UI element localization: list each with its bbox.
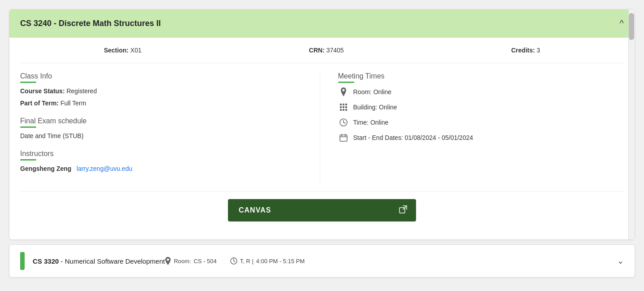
credits-info: Credits: 3 (511, 47, 540, 54)
canvas-button-row: CANVAS (20, 191, 624, 230)
crn-label: CRN: (309, 47, 325, 54)
svg-rect-6 (340, 109, 342, 111)
building-icon (338, 102, 349, 113)
meeting-times-column: Meeting Times Room: Online (320, 72, 624, 182)
collapsed-course-subtitle: - Numerical Software Development (61, 257, 165, 265)
final-exam-section: Final Exam schedule Date and Time (STUB) (20, 117, 306, 141)
course-status-line: Course Status: Registered (20, 87, 306, 96)
collapsed-room: Room: CS - 504 (165, 257, 217, 265)
section-label: Section: (104, 47, 129, 54)
room-label: Room: (353, 88, 372, 96)
building-label: Building: (353, 104, 378, 111)
collapse-button[interactable]: ^ (620, 18, 624, 29)
collapsed-meta: Room: CS - 504 T, R | 4:00 PM - 5:15 PM (165, 257, 617, 265)
canvas-button-label: CANVAS (239, 206, 271, 214)
credits-label: Credits: (511, 47, 535, 54)
instructor-email-link[interactable]: larry.zeng@uvu.edu (77, 165, 132, 172)
canvas-button[interactable]: CANVAS (228, 199, 416, 222)
collapsed-course-title: CS 3320 - Numerical Software Development (33, 257, 165, 265)
expanded-course-card: CS 3240 - Discrete Math Structures II ^ … (9, 9, 635, 240)
collapsed-room-value: CS - 504 (193, 258, 216, 265)
time-label: Time: (353, 119, 369, 126)
svg-line-11 (343, 122, 345, 123)
dates-row: Start - End Dates: 01/08/2024 - 05/01/20… (338, 132, 624, 143)
svg-rect-8 (345, 109, 347, 111)
collapsed-course-card: CS 3320 - Numerical Software Development… (9, 244, 635, 278)
start-end-label: Start - End Dates: (353, 134, 403, 141)
building-value: Online (379, 104, 397, 111)
meeting-times-heading: Meeting Times (338, 72, 624, 83)
start-end-value: 01/08/2024 - 05/01/2024 (405, 134, 473, 141)
instructor-name: Gengsheng Zeng (20, 165, 71, 172)
external-link-icon (399, 205, 407, 215)
expand-button[interactable]: ⌄ (617, 256, 624, 266)
scrollbar[interactable] (628, 9, 635, 239)
class-info-heading: Class Info (20, 72, 306, 83)
svg-rect-0 (340, 104, 342, 105)
collapsed-room-label: Room: (174, 258, 191, 265)
part-of-term-line: Part of Term: Full Term (20, 99, 306, 108)
svg-rect-3 (340, 106, 342, 108)
calendar-icon (338, 132, 349, 143)
part-of-term-value: Full Term (60, 100, 86, 107)
two-col-layout: Class Info Course Status: Registered Par… (20, 72, 624, 182)
clock-icon (338, 117, 349, 128)
dates-info: Start - End Dates: 01/08/2024 - 05/01/20… (353, 134, 473, 141)
final-exam-stub: Date and Time (STUB) (20, 131, 306, 141)
collapsed-time: T, R | 4:00 PM - 5:15 PM (230, 257, 305, 265)
crn-info: CRN: 37405 (309, 47, 344, 54)
collapsed-course-code: CS 3320 (33, 257, 59, 265)
collapsed-time-value: 4:00 PM - 5:15 PM (256, 258, 305, 265)
time-row: Time: Online (338, 117, 624, 128)
class-info-column: Class Info Course Status: Registered Par… (20, 72, 320, 182)
svg-line-20 (234, 261, 235, 262)
svg-rect-12 (340, 135, 347, 141)
course-status-value: Registered (66, 87, 97, 95)
instructors-heading: Instructors (20, 150, 306, 161)
time-value: Online (370, 119, 388, 126)
green-bar (20, 252, 25, 270)
card-body: Section: X01 CRN: 37405 Credits: 3 (9, 38, 635, 239)
class-info-section: Class Info Course Status: Registered Par… (20, 72, 306, 108)
svg-rect-5 (345, 106, 347, 108)
collapsed-time-days: T, R | (240, 258, 253, 265)
scrollbar-thumb[interactable] (629, 13, 634, 40)
instructor-line: Gengsheng Zeng larry.zeng@uvu.edu (20, 164, 306, 174)
time-info: Time: Online (353, 119, 389, 126)
final-exam-heading: Final Exam schedule (20, 117, 306, 128)
svg-rect-1 (343, 104, 344, 105)
card-header: CS 3240 - Discrete Math Structures II ^ (9, 9, 635, 38)
section-info-row: Section: X01 CRN: 37405 Credits: 3 (20, 47, 624, 63)
course-status-label: Course Status: (20, 87, 65, 95)
building-row: Building: Online (338, 102, 624, 113)
crn-value: 37405 (326, 47, 344, 54)
location-icon (338, 87, 349, 97)
room-info: Room: Online (353, 88, 392, 96)
instructors-section: Instructors Gengsheng Zeng larry.zeng@uv… (20, 150, 306, 174)
svg-rect-7 (343, 109, 344, 111)
svg-rect-4 (343, 106, 344, 108)
room-value: Online (374, 88, 391, 96)
svg-rect-2 (345, 104, 347, 105)
section-info: Section: X01 (104, 47, 142, 54)
section-value: X01 (130, 47, 142, 54)
room-row: Room: Online (338, 87, 624, 97)
part-of-term-label: Part of Term: (20, 100, 59, 107)
credits-value: 3 (537, 47, 540, 54)
course-title: CS 3240 - Discrete Math Structures II (20, 19, 161, 28)
building-info: Building: Online (353, 104, 397, 111)
